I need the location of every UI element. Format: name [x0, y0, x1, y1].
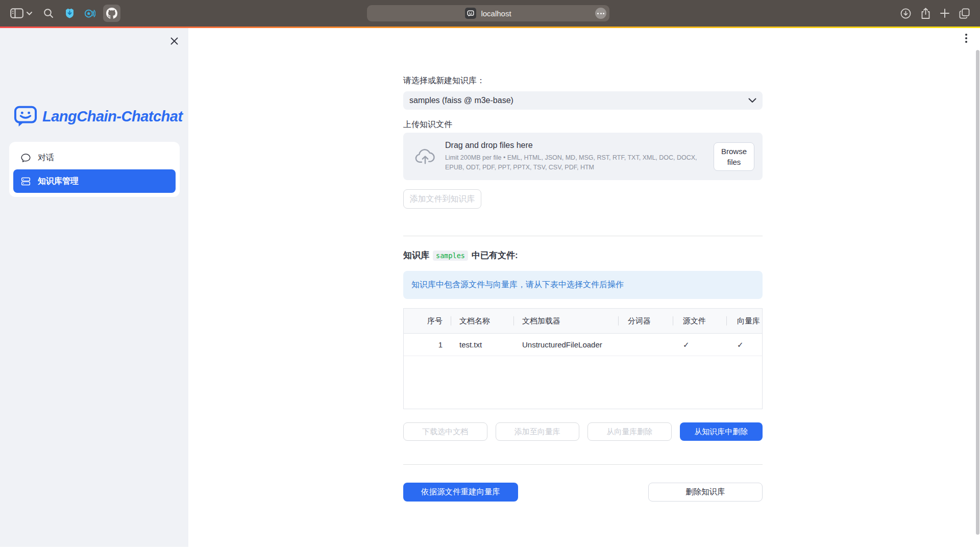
kb-name-code: samples: [433, 251, 468, 261]
browser-toolbar: localhost: [0, 0, 980, 27]
close-icon: [170, 37, 178, 45]
delete-from-vector-button[interactable]: 从向量库删除: [587, 422, 672, 441]
kb-files-heading: 知识库 samples 中已有文件:: [403, 249, 518, 261]
search-icon: [43, 8, 54, 18]
sidebar-item-dialogue[interactable]: 对话: [13, 146, 176, 169]
chevron-down-icon: [27, 12, 32, 15]
cell-index: 1: [404, 334, 451, 356]
rebuild-vector-button[interactable]: 依据源文件重建向量库: [403, 483, 518, 502]
kb-select-label: 请选择或新建知识库：: [403, 76, 485, 86]
site-favicon-icon: [465, 8, 476, 19]
search-button[interactable]: [43, 8, 54, 18]
upload-label: 上传知识文件: [403, 119, 452, 130]
dropzone-hint: Limit 200MB per file • EML, HTML, JSON, …: [445, 153, 708, 171]
add-to-vector-button[interactable]: 添加至向量库: [496, 422, 580, 441]
download-circle-icon: [900, 8, 911, 19]
extension-circle-star-button[interactable]: [84, 8, 95, 19]
cell-vector-check: ✓: [726, 334, 761, 356]
add-files-button[interactable]: 添加文件到知识库: [403, 189, 481, 209]
app-logo: LangChain-Chatchat: [14, 106, 183, 127]
chatchat-logo-icon: [14, 106, 37, 127]
plus-icon: [940, 9, 949, 18]
url-text: localhost: [481, 9, 511, 18]
delete-from-kb-button[interactable]: 从知识库中删除: [680, 422, 763, 441]
tab-overview-button[interactable]: [959, 8, 970, 19]
app-logo-text: LangChain-Chatchat: [42, 108, 183, 125]
share-icon: [921, 8, 930, 19]
tabs-icon: [959, 8, 970, 19]
file-dropzone[interactable]: Drag and drop files here Limit 200MB per…: [403, 133, 763, 180]
column-header-index[interactable]: 序号: [404, 309, 451, 333]
browse-files-button[interactable]: Browse files: [714, 142, 754, 171]
sidebar: LangChain-Chatchat 对话 知识库管理: [0, 28, 188, 547]
chat-bubble-icon: [20, 153, 31, 163]
sidebar-item-label: 知识库管理: [38, 176, 79, 187]
download-selected-button[interactable]: 下载选中文档: [403, 422, 487, 441]
sidebar-close-button[interactable]: [168, 35, 180, 48]
column-header-name[interactable]: 文档名称: [451, 309, 513, 333]
github-extension-button[interactable]: [103, 5, 120, 22]
files-table: 序号 文档名称 文档加载器 分词器 源文件 向量库 1 test.txt Uns…: [403, 308, 763, 409]
table-row[interactable]: 1 test.txt UnstructuredFileLoader ✓ ✓: [404, 334, 762, 356]
cell-loader: UnstructuredFileLoader: [513, 334, 618, 356]
heading-suffix: 中已有文件:: [472, 249, 518, 261]
sidebar-menu: 对话 知识库管理: [9, 142, 180, 197]
sidebar-toggle-button[interactable]: [10, 8, 23, 18]
column-header-source[interactable]: 源文件: [673, 309, 726, 333]
chevron-down-icon: [748, 98, 756, 103]
delete-kb-button[interactable]: 删除知识库: [648, 483, 763, 502]
screen: localhost: [0, 0, 980, 551]
cell-splitter: [618, 334, 673, 356]
cell-name: test.txt: [451, 334, 513, 356]
upload-cloud-icon: [414, 148, 436, 165]
column-header-vector[interactable]: 向量库: [726, 309, 761, 333]
kb-select-value: samples (faiss @ m3e-base): [409, 96, 513, 105]
database-icon: [20, 176, 31, 187]
heading-prefix: 知识库: [403, 249, 429, 261]
dropzone-title: Drag and drop files here: [445, 141, 708, 150]
share-button[interactable]: [921, 8, 930, 19]
table-header-row: 序号 文档名称 文档加载器 分词器 源文件 向量库: [404, 309, 762, 334]
divider: [403, 464, 763, 465]
sidebar-menu-chevron-button[interactable]: [27, 12, 32, 15]
file-actions: 下载选中文档 添加至向量库 从向量库删除 从知识库中删除: [403, 422, 763, 441]
shield-download-icon: [64, 8, 75, 19]
sidebar-toggle-icon: [10, 8, 23, 18]
window-bottom-edge: [0, 547, 980, 551]
sidebar-item-label: 对话: [38, 153, 54, 163]
new-tab-button[interactable]: [940, 9, 949, 18]
url-bar[interactable]: localhost: [367, 5, 609, 21]
column-header-splitter[interactable]: 分词器: [618, 309, 673, 333]
scrollbar[interactable]: [976, 50, 979, 535]
downloads-button[interactable]: [900, 8, 911, 19]
page-options-button[interactable]: [595, 8, 606, 19]
app-menu-button[interactable]: [964, 32, 969, 44]
github-icon: [106, 8, 117, 19]
column-header-loader[interactable]: 文档加载器: [513, 309, 618, 333]
cell-source-check: ✓: [673, 334, 726, 356]
sidebar-item-kb-management[interactable]: 知识库管理: [13, 169, 176, 193]
circle-star-icon: [84, 8, 95, 19]
info-banner: 知识库中包含源文件与向量库，请从下表中选择文件后操作: [403, 271, 763, 299]
info-banner-text: 知识库中包含源文件与向量库，请从下表中选择文件后操作: [411, 280, 624, 290]
kb-select[interactable]: samples (faiss @ m3e-base): [403, 91, 763, 110]
extension-shield-button[interactable]: [64, 8, 75, 19]
divider: [403, 236, 763, 236]
